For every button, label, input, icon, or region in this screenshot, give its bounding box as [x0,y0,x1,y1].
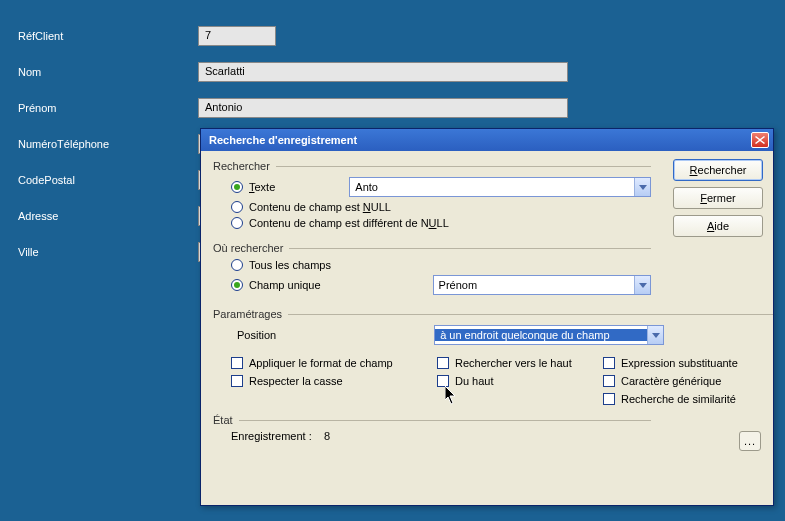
label-prenom: Prénom [18,102,198,114]
radio-single-field[interactable] [231,279,243,291]
input-refclient[interactable]: 7 [198,26,276,46]
help-button[interactable]: Aide [673,215,763,237]
radio-null-label: Contenu de champ est NULL [249,201,391,213]
checkbox-top-label: Du haut [455,375,494,387]
dialog-titlebar[interactable]: Recherche d'enregistrement [201,129,773,151]
radio-all-label: Tous les champs [249,259,331,271]
field-combo[interactable]: Prénom [433,275,651,295]
checkbox-wildcard-label: Caractère générique [621,375,721,387]
dropdown-icon[interactable] [634,276,650,294]
checkbox-wildcard[interactable] [603,375,615,387]
radio-notnull-label: Contenu de champ est différent de NULL [249,217,449,229]
group-rechercher: Rechercher Texte Anto Contenu de champ e… [213,159,651,233]
label-nom: Nom [18,66,198,78]
field-combo-value: Prénom [434,279,634,291]
group-params: Paramétrages Position à un endroit quelc… [213,307,773,405]
search-text-value: Anto [350,181,634,193]
checkbox-similar-label: Recherche de similarité [621,393,736,405]
label-tel: NuméroTéléphone [18,138,198,150]
search-text-combo[interactable]: Anto [349,177,651,197]
dropdown-icon[interactable] [647,326,663,344]
checkbox-case-label: Respecter la casse [249,375,343,387]
radio-null[interactable] [231,201,243,213]
checkbox-top[interactable] [437,375,449,387]
input-prenom[interactable]: Antonio [198,98,568,118]
checkbox-format-label: Appliquer le format de champ [249,357,393,369]
checkbox-case[interactable] [231,375,243,387]
close-button[interactable]: Fermer [673,187,763,209]
group-ou: Où rechercher Tous les champs Champ uniq… [213,241,651,299]
search-dialog: Recherche d'enregistrement Rechercher Fe… [200,128,774,506]
radio-texte-label: Texte [249,181,275,193]
radio-notnull[interactable] [231,217,243,229]
dropdown-icon[interactable] [634,178,650,196]
checkbox-substi[interactable] [603,357,615,369]
legend-rechercher: Rechercher [213,160,276,172]
radio-all-fields[interactable] [231,259,243,271]
legend-ou: Où rechercher [213,242,289,254]
etat-value: 8 [324,430,330,442]
legend-params: Paramétrages [213,308,288,320]
checkbox-up[interactable] [437,357,449,369]
checkbox-up-label: Rechercher vers le haut [455,357,572,369]
label-adresse: Adresse [18,210,198,222]
checkbox-format[interactable] [231,357,243,369]
input-nom[interactable]: Scarlatti [198,62,568,82]
radio-texte[interactable] [231,181,243,193]
dialog-title: Recherche d'enregistrement [209,134,751,146]
more-button[interactable]: ... [739,431,761,451]
close-icon[interactable] [751,132,769,148]
position-label: Position [237,329,276,341]
checkbox-similar[interactable] [603,393,615,405]
etat-label: Enregistrement : [231,430,312,442]
label-ville: Ville [18,246,198,258]
radio-single-label: Champ unique [249,279,321,291]
label-cp: CodePostal [18,174,198,186]
group-etat: État Enregistrement : 8 [213,413,651,442]
label-refclient: RéfClient [18,30,198,42]
search-button[interactable]: Rechercher [673,159,763,181]
checkbox-substi-label: Expression substituante [621,357,738,369]
position-combo-value: à un endroit quelconque du champ [435,329,647,341]
position-combo[interactable]: à un endroit quelconque du champ [434,325,664,345]
legend-etat: État [213,414,239,426]
